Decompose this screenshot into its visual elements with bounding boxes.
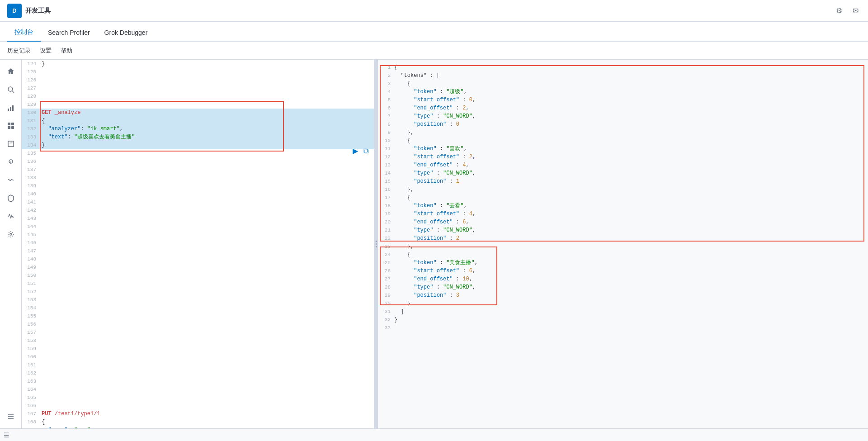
output-line-content: "type" : "CN_WORD",: [394, 169, 866, 177]
output-line-content: {: [394, 194, 866, 202]
line-content: [40, 369, 374, 377]
tab-search-profiler[interactable]: Search Profiler: [41, 24, 97, 42]
output-line-number: 31: [380, 308, 394, 316]
help-button[interactable]: 帮助: [61, 45, 72, 57]
code-editor[interactable]: 124}125126127128129130GET _analyze131{13…: [22, 60, 374, 428]
line-number: 131: [22, 117, 40, 125]
editor-line: 165: [22, 394, 374, 402]
line-number: 166: [22, 402, 40, 410]
tab-grok-debugger[interactable]: Grok Debugger: [97, 24, 155, 42]
svg-rect-4: [12, 105, 14, 111]
sidebar-icon-canvas[interactable]: [3, 136, 19, 152]
line-content: [40, 182, 374, 190]
output-line-content: "type" : "CN_WORD",: [394, 226, 866, 234]
line-content: [40, 385, 374, 394]
sidebar-icon-ml[interactable]: [3, 172, 19, 188]
line-content: {: [40, 117, 374, 125]
output-line: 27 "end_offset" : 10,: [378, 275, 868, 283]
output-code[interactable]: 1{2 "tokens" : [3 {4 "token" : "超级",5 "s…: [378, 60, 868, 428]
line-number: 145: [22, 231, 40, 239]
editor-line: 145: [22, 231, 374, 239]
output-line-content: }: [394, 299, 866, 308]
output-line-content: "start_offset" : 0,: [394, 96, 866, 104]
editor-line: 139: [22, 182, 374, 190]
line-content: [40, 337, 374, 345]
output-line-number: 21: [380, 226, 394, 234]
settings-icon[interactable]: ⚙: [834, 5, 844, 16]
panel-drag-handle[interactable]: [374, 60, 378, 428]
line-number: 139: [22, 182, 40, 190]
output-line-number: 33: [380, 324, 394, 332]
output-line: 18 "token" : "去看",: [378, 202, 868, 210]
output-line: 31 ]: [378, 308, 868, 316]
copy-button[interactable]: ⧉: [362, 146, 370, 156]
line-number: 149: [22, 263, 40, 271]
sidebar-icon-monitoring[interactable]: [3, 208, 19, 224]
settings-button[interactable]: 设置: [40, 45, 52, 57]
sidebar-icon-management[interactable]: [3, 226, 19, 242]
sidebar-icon-dashboard[interactable]: [3, 118, 19, 134]
line-content: {: [40, 418, 374, 426]
line-content: [40, 214, 374, 223]
line-content: [40, 198, 374, 206]
line-content: [40, 231, 374, 239]
output-line-number: 22: [380, 234, 394, 242]
sidebar-icon-visualize[interactable]: [3, 100, 19, 116]
line-number: 132: [22, 125, 40, 133]
line-number: 133: [22, 133, 40, 141]
kibana-logo: D: [7, 4, 22, 18]
sidebar-icon-discover[interactable]: [3, 81, 19, 98]
output-line: 4 "token" : "超级",: [378, 88, 868, 96]
svg-rect-2: [8, 109, 9, 111]
line-number: 160: [22, 353, 40, 361]
editor-line: 131{: [22, 117, 374, 125]
line-number: 138: [22, 174, 40, 182]
output-line-number: 29: [380, 291, 394, 299]
output-line-number: 20: [380, 218, 394, 226]
topbar-left: D 开发工具: [7, 4, 51, 18]
svg-point-10: [10, 233, 12, 235]
output-line-content: "position" : 3: [394, 291, 866, 299]
output-line-content: {: [394, 251, 866, 259]
output-line: 30 }: [378, 299, 868, 308]
output-line-content: "end_offset" : 10,: [394, 275, 866, 283]
output-line-content: "start_offset" : 4,: [394, 210, 866, 218]
editor-line: 136: [22, 157, 374, 166]
sidebar-icon-maps[interactable]: [3, 154, 19, 170]
line-number: 157: [22, 328, 40, 337]
drag-dot: [376, 243, 377, 245]
editor-line: 124}: [22, 60, 374, 68]
output-line-number: 8: [380, 120, 394, 128]
app-title: 开发工具: [25, 7, 51, 15]
sidebar-icon-bottom-settings[interactable]: [3, 408, 19, 425]
run-button[interactable]: ▶: [351, 146, 360, 156]
sidebar-icon-home[interactable]: [3, 63, 19, 80]
history-button[interactable]: 历史记录: [7, 45, 31, 57]
line-number: 159: [22, 345, 40, 353]
line-content: GET _analyze: [40, 109, 374, 117]
editor-panel: ▶ ⧉ 124}125126127128129130GET _analyze13…: [22, 60, 374, 428]
output-line-content: "token" : "美食主播",: [394, 259, 866, 267]
sidebar-icon-security[interactable]: [3, 190, 19, 206]
output-line-content: {: [394, 63, 866, 71]
output-line: 9 },: [378, 128, 868, 137]
output-line-number: 6: [380, 104, 394, 112]
editor-line: 140: [22, 190, 374, 198]
output-line-number: 2: [380, 71, 394, 80]
tab-console[interactable]: 控制台: [7, 24, 41, 42]
editor-line: 143: [22, 214, 374, 223]
line-number: 141: [22, 198, 40, 206]
output-line: 32}: [378, 316, 868, 324]
output-line-number: 9: [380, 128, 394, 137]
mail-icon[interactable]: ✉: [850, 5, 861, 16]
output-line-number: 7: [380, 112, 394, 120]
line-content: [40, 149, 374, 157]
editor-line: 161: [22, 361, 374, 369]
line-content: [40, 312, 374, 320]
editor-line: 148: [22, 255, 374, 263]
output-line-number: 10: [380, 137, 394, 145]
hamburger-button[interactable]: ☰: [4, 432, 9, 439]
output-line-content: "tokens" : [: [394, 71, 866, 80]
line-content: [40, 320, 374, 328]
output-line-number: 30: [380, 299, 394, 308]
